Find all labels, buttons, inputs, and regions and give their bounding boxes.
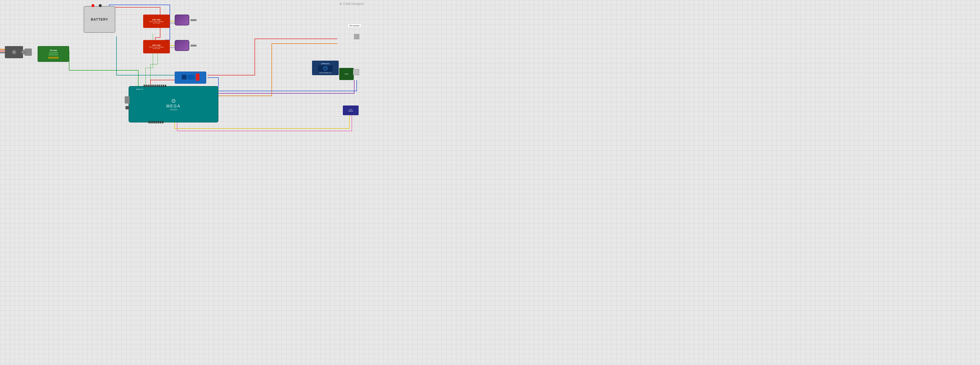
cirkit-icon xyxy=(339,2,342,6)
arduino-bottom-pin-3 xyxy=(153,121,154,124)
arduino-pin-7 xyxy=(155,85,156,87)
motor2-body-wrapper xyxy=(175,40,197,51)
gps1-label: GPS xyxy=(345,73,348,75)
dcdc-chips xyxy=(182,75,199,81)
receiver-pins xyxy=(49,57,58,59)
motor2-shaft xyxy=(191,44,197,46)
arduino-bottom-pin-6 xyxy=(158,121,159,124)
servo-wire-brown xyxy=(0,52,5,53)
arduino-bottom-pin-8 xyxy=(162,121,163,124)
arduino-pin-10 xyxy=(161,85,162,87)
brand-logo: Cirkit Designer xyxy=(339,2,364,6)
gps1-component: GPS xyxy=(339,68,356,81)
gps1-wrapper: GPS xyxy=(339,68,356,80)
ph-sensor-sublabel: Gravity pH Meter V2.0 xyxy=(318,72,332,73)
receiver-component: FS-IA6 2.4GHz IBUS6CH Receiver xyxy=(38,46,69,62)
arduino-bottom-pin-4 xyxy=(154,121,156,124)
arduino-model-label: MEGA xyxy=(166,104,181,108)
ph-sensor-connector xyxy=(354,34,360,39)
arduino-pin-9 xyxy=(159,85,161,87)
ph-sensor-logo-icon xyxy=(323,66,328,71)
motor1-body xyxy=(175,14,189,25)
arduino-bottom-pin-7 xyxy=(160,121,161,124)
arduino-logo-circle: ⊙ xyxy=(171,98,176,104)
dcdc-inner xyxy=(182,75,199,81)
dcdc-chip1 xyxy=(182,75,186,79)
pin-2 xyxy=(50,57,51,59)
motor1-component xyxy=(175,14,197,27)
battery-body: BATTERY xyxy=(84,6,115,33)
brand-name: Cirkit Designer xyxy=(343,2,364,6)
pin-6 xyxy=(57,57,58,59)
svg-rect-1 xyxy=(340,3,341,5)
arduino-brand-label: Arduino xyxy=(170,108,177,111)
ph-sensor-brand: DFRobot xyxy=(318,63,332,65)
arduino-branding: ⊙ MEGA Arduino xyxy=(166,98,181,111)
arduino-bottom-pin-1 xyxy=(148,121,150,124)
servo-wires xyxy=(0,49,5,53)
arduino-usb-port xyxy=(125,96,130,103)
arduino-pin-3 xyxy=(148,85,149,87)
motor2-component xyxy=(175,40,197,52)
battery-label: BATTERY xyxy=(91,17,108,21)
battery-negative-terminal xyxy=(99,4,102,7)
receiver-label: FS-IA6 2.4GHz IBUS6CH Receiver xyxy=(49,49,58,56)
dcdc-pot xyxy=(196,73,199,81)
pin-4 xyxy=(54,57,55,59)
arduino-pin-12 xyxy=(165,85,166,87)
esc1-detail: 2A-4S LiPo xyxy=(150,22,164,24)
dcdc-component xyxy=(175,71,206,84)
servo-mount xyxy=(24,49,32,56)
ph-sensor-tag: PH sensor xyxy=(348,24,361,28)
servo-body xyxy=(5,46,23,58)
esc2-detail: 2A-4S LiPo xyxy=(150,48,164,49)
battery-positive-terminal xyxy=(91,4,94,7)
arduino-pins-bottom xyxy=(148,121,163,124)
arduino-bottom-pin-2 xyxy=(150,121,152,124)
receiver-sublabel: 2.4GHz IBUS6CH Receiver xyxy=(49,52,58,56)
arduino-pin-1 xyxy=(144,85,145,87)
arduino-pin-6 xyxy=(153,85,154,87)
motor1-shaft xyxy=(191,19,197,21)
ph-sensor-chip xyxy=(318,65,332,71)
pin-5 xyxy=(55,57,57,59)
arduino-pin-2 xyxy=(146,85,147,87)
motor2-body xyxy=(175,40,189,51)
gps2-component: GPSModule xyxy=(343,105,359,115)
gps2-label: GPSModule xyxy=(348,109,353,112)
motor1-body-wrapper xyxy=(175,14,197,25)
dcdc-chip2 xyxy=(188,75,195,79)
servo-gear xyxy=(12,50,16,55)
arduino-power-jack xyxy=(126,106,129,110)
arduino-pins-top xyxy=(144,85,166,87)
arduino-pin-5 xyxy=(151,85,153,87)
arduino-made-in: MADE IN xyxy=(136,89,143,90)
arduino-pin-8 xyxy=(157,85,158,87)
servo-arm xyxy=(21,50,25,54)
esc1-component: ESC 30A BLDC Control Module 2A-4S LiPo xyxy=(143,14,170,28)
esc2-label: ESC 30A xyxy=(150,44,164,46)
servo-component xyxy=(5,46,34,59)
ph-sensor-component: DFRobot Gravity pH Meter V2.0 xyxy=(312,60,339,75)
receiver-model: FS-IA6 xyxy=(49,49,58,52)
servo-wire-orange xyxy=(0,49,5,50)
ph-sensor-inner: DFRobot Gravity pH Meter V2.0 xyxy=(318,63,332,73)
esc2-component: ESC 30A BLDC Control Module 2A-4S LiPo xyxy=(143,40,170,53)
arduino-mega-component: MADE IN ⊙ MEGA Arduino xyxy=(129,86,218,122)
arduino-pin-11 xyxy=(163,85,164,87)
esc2-text: ESC 30A BLDC Control Module 2A-4S LiPo xyxy=(150,44,164,49)
pin-1 xyxy=(49,57,50,59)
gps1-board: GPS xyxy=(339,68,354,80)
pin-3 xyxy=(52,57,53,59)
esc1-label: ESC 30A xyxy=(150,19,164,21)
battery-component: BATTERY xyxy=(84,6,118,40)
arduino-pin-4 xyxy=(150,85,151,87)
esc1-text: ESC 30A BLDC Control Module 2A-4S LiPo xyxy=(150,19,164,24)
gps1-patch-antenna xyxy=(353,69,359,75)
svg-point-9 xyxy=(323,67,327,70)
arduino-bottom-pin-5 xyxy=(156,121,158,124)
servo-wire-red xyxy=(0,51,5,51)
